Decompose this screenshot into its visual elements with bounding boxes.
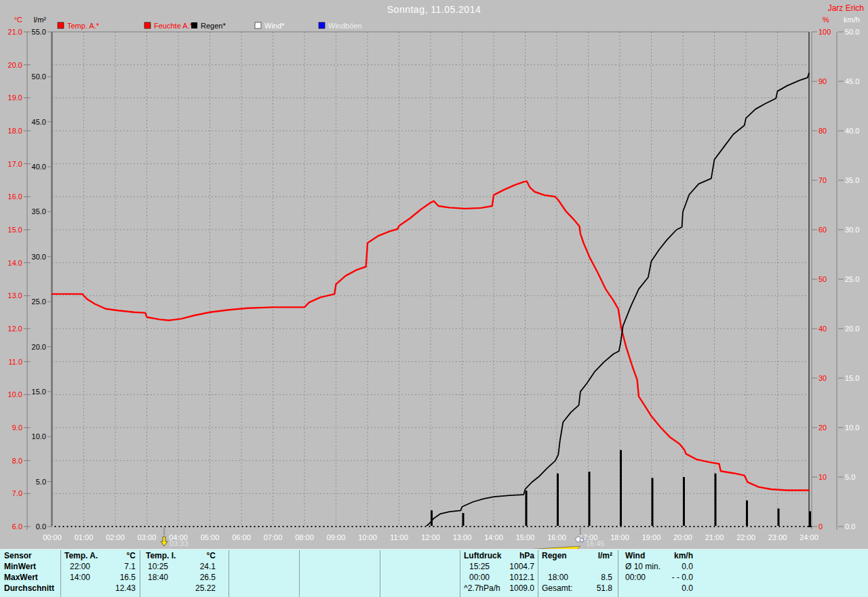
humidity-axis-title: % bbox=[823, 16, 829, 24]
rain-axis-label: 35.0 bbox=[32, 207, 46, 215]
x-tick-label: 05:00 bbox=[201, 533, 220, 541]
rain-bar-22:00 bbox=[746, 501, 748, 527]
plot-border-left bbox=[51, 32, 53, 527]
stat-value: 0.0 bbox=[646, 562, 693, 572]
wind-axis-label: 25.0 bbox=[845, 275, 859, 283]
x-tick-label: 23:00 bbox=[768, 533, 787, 541]
rain-bar-23:00 bbox=[778, 508, 780, 527]
stat-value: 7.1 bbox=[88, 562, 136, 572]
legend-swatch-0 bbox=[58, 22, 64, 28]
table-divider bbox=[299, 550, 300, 597]
x-tick-label: 13:00 bbox=[453, 533, 472, 541]
stat-time: 00:00 bbox=[625, 573, 646, 583]
humidity-axis-label: 30 bbox=[818, 374, 827, 382]
x-tick-label: 01:00 bbox=[75, 533, 94, 541]
humidity-axis-label: 80 bbox=[818, 127, 827, 135]
x-tick-label: 12:00 bbox=[421, 533, 440, 541]
legend-swatch-4 bbox=[319, 22, 325, 28]
humidity-axis-label: 20 bbox=[818, 424, 827, 432]
rain-bar-18:00 bbox=[620, 450, 622, 527]
rain-bar-17:00 bbox=[589, 472, 591, 527]
temp-axis-label: 9.0 bbox=[12, 424, 22, 432]
stat-time: 14:00 bbox=[70, 573, 90, 583]
series-temp-a- bbox=[52, 182, 809, 491]
humidity-axis-label: 100 bbox=[818, 28, 831, 36]
rain-bar-16:00 bbox=[557, 474, 559, 527]
stat-value: 12.43 bbox=[88, 583, 136, 594]
wind-axis-label: 50.0 bbox=[845, 28, 859, 36]
temp-axis-label: 21.0 bbox=[8, 28, 22, 36]
temp-axis-label: 15.0 bbox=[8, 226, 22, 234]
humidity-axis-label: 0 bbox=[818, 522, 823, 531]
x-tick-label: 10:00 bbox=[358, 533, 377, 541]
wind-axis-label: 45.0 bbox=[845, 77, 859, 85]
row-header-minwert: MinWert bbox=[4, 562, 65, 572]
table-divider bbox=[618, 550, 618, 597]
wind-axis-label: 20.0 bbox=[845, 325, 859, 333]
temp-axis-label: 12.0 bbox=[8, 325, 22, 333]
wind-axis-title: km/h bbox=[844, 16, 860, 24]
temp-axis-label: 10.0 bbox=[8, 390, 22, 398]
table-divider bbox=[460, 550, 460, 597]
rain-axis-label: 10.0 bbox=[32, 432, 46, 440]
stat-col-name: Wind bbox=[625, 551, 645, 561]
stat-value: 1004.7 bbox=[487, 562, 534, 572]
rain-axis-label: 5.0 bbox=[36, 478, 46, 486]
legend-label-0: Temp. A.* bbox=[67, 22, 100, 30]
humidity-axis-label: 10 bbox=[818, 473, 827, 481]
wind-axis-label: 10.0 bbox=[845, 424, 859, 432]
wind-axis-label: 15.0 bbox=[845, 374, 859, 382]
stat-value: 51.8 bbox=[565, 583, 612, 594]
legend-label-4: Windböen bbox=[328, 22, 362, 30]
temp-axis-label: 20.0 bbox=[8, 61, 22, 69]
x-tick-label: 22:00 bbox=[736, 533, 755, 541]
row-header-durchschnitt: Durchschnitt bbox=[4, 583, 65, 594]
stat-col-unit: km/h bbox=[652, 551, 693, 561]
legend-label-2: Regen* bbox=[201, 22, 226, 30]
rain-bar-20:00 bbox=[683, 477, 685, 527]
legend-swatch-1 bbox=[144, 22, 151, 28]
table-divider bbox=[60, 550, 61, 597]
rain-bar-19:00 bbox=[652, 478, 654, 527]
marker-time-1: 16:45 bbox=[586, 539, 605, 548]
x-tick-label: 18:00 bbox=[610, 533, 629, 541]
temp-axis-label: 17.0 bbox=[8, 160, 22, 168]
wind-axis-label: 5.0 bbox=[845, 473, 855, 481]
rain-bar-21:00 bbox=[715, 474, 717, 527]
x-tick-label: 03:00 bbox=[138, 533, 157, 541]
temp-axis-label: 16.0 bbox=[8, 192, 22, 201]
x-tick-label: 02:00 bbox=[106, 533, 125, 541]
table-divider bbox=[380, 550, 380, 597]
x-tick-label: 15:00 bbox=[516, 533, 535, 541]
temp-axis-label: 14.0 bbox=[8, 259, 22, 267]
temp-axis-label: 11.0 bbox=[8, 358, 22, 366]
legend-label-1: Feuchte A.* bbox=[154, 22, 193, 30]
x-tick-label: 09:00 bbox=[327, 533, 346, 541]
stat-time: 22:00 bbox=[70, 562, 90, 572]
stat-col-name: Temp. A. bbox=[64, 551, 98, 561]
temp-axis-label: 18.0 bbox=[8, 127, 22, 135]
stat-value: - - 0.0 bbox=[646, 573, 693, 583]
temp-axis-label: 13.0 bbox=[8, 291, 22, 300]
rain-axis-label: 40.0 bbox=[32, 163, 46, 171]
stats-table: SensorMinWertMaxWertDurchschnittTemp. A.… bbox=[0, 549, 868, 597]
wind-axis-label: 0.0 bbox=[845, 522, 855, 531]
rain-bar-15:00 bbox=[526, 491, 528, 527]
stat-value: 8.5 bbox=[565, 573, 612, 583]
stat-col-name: Temp. I. bbox=[146, 551, 176, 561]
stat-value: 0.0 bbox=[646, 583, 693, 594]
stat-value: 26.5 bbox=[168, 573, 216, 583]
stat-col-unit: l/m² bbox=[572, 551, 612, 561]
rain-axis-label: 50.0 bbox=[32, 73, 46, 81]
rain-axis-label: 20.0 bbox=[32, 343, 46, 351]
x-tick-label: 14:00 bbox=[484, 533, 503, 541]
rain-bar-13:00 bbox=[462, 513, 465, 527]
temp-axis-label: 19.0 bbox=[8, 94, 22, 102]
weather-chart: 6.07.08.09.010.011.012.013.014.015.016.0… bbox=[0, 0, 868, 549]
stat-value: 24.1 bbox=[168, 562, 216, 572]
stat-value: 16.5 bbox=[88, 573, 136, 583]
rain-axis-label: 30.0 bbox=[32, 253, 46, 261]
table-divider bbox=[140, 550, 140, 597]
x-tick-label: 07:00 bbox=[264, 533, 283, 541]
temp-axis-title: °C bbox=[14, 16, 22, 24]
